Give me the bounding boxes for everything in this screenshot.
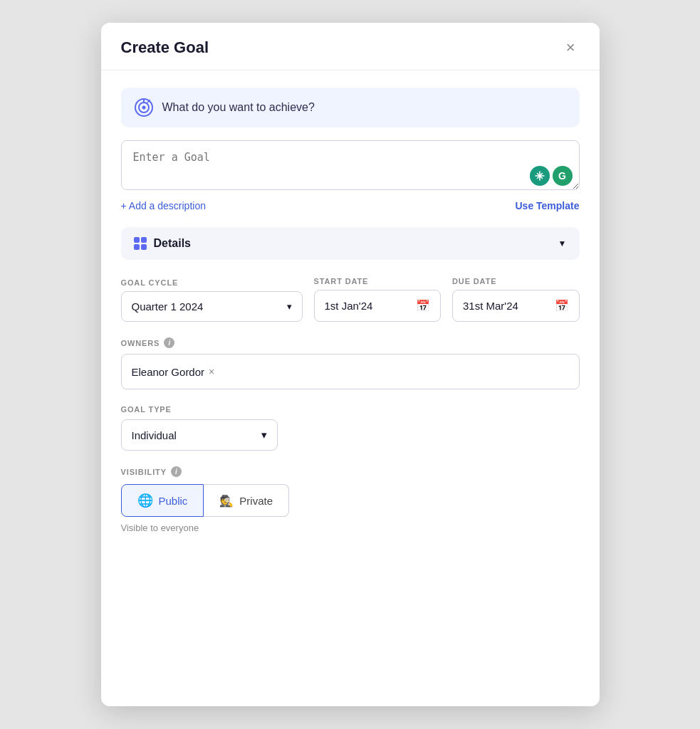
svg-point-2 [142, 106, 145, 110]
due-date-label: DUE DATE [452, 277, 580, 285]
private-button[interactable]: 🕵️ Private [204, 484, 289, 517]
visibility-info-icon: i [171, 466, 182, 477]
owners-label-row: OWNERS i [121, 337, 580, 348]
goal-input-wrapper: G [121, 140, 580, 193]
details-grid-icon [134, 237, 147, 250]
visibility-label: VISIBILITY [121, 468, 167, 476]
owner-tag: Eleanor Gordor × [132, 366, 215, 378]
owners-info-icon: i [164, 337, 174, 348]
start-date-group: START DATE 1st Jan'24 📅 [314, 277, 442, 322]
modal-body: What do you want to achieve? G + Add a d… [101, 70, 600, 706]
goal-input-icons: G [530, 166, 573, 186]
goal-cycle-label: GOAL CYCLE [121, 278, 303, 287]
due-date-calendar-icon: 📅 [555, 299, 569, 313]
goal-type-label-row: GOAL TYPE [121, 405, 580, 414]
details-label: Details [154, 237, 191, 250]
start-date-field[interactable]: 1st Jan'24 📅 [314, 290, 442, 322]
globe-icon: 🌐 [137, 493, 153, 508]
due-date-field[interactable]: 31st Mar'24 📅 [452, 290, 580, 322]
due-date-group: DUE DATE 31st Mar'24 📅 [452, 277, 580, 322]
public-label: Public [159, 495, 188, 507]
goal-input[interactable] [121, 140, 580, 190]
start-date-value: 1st Jan'24 [325, 300, 373, 312]
grammarly-icon[interactable]: G [553, 166, 573, 186]
goal-type-label: GOAL TYPE [121, 405, 172, 414]
visibility-hint: Visible to everyone [121, 523, 580, 533]
private-icon: 🕵️ [219, 494, 234, 508]
modal-title: Create Goal [121, 38, 209, 57]
add-description-button[interactable]: + Add a description [121, 200, 206, 211]
start-date-calendar-icon: 📅 [416, 299, 430, 313]
goal-cycle-value: Quarter 1 2024 [132, 300, 204, 313]
use-template-button[interactable]: Use Template [516, 200, 580, 211]
close-button[interactable]: × [562, 38, 580, 57]
owner-name: Eleanor Gordor [132, 366, 205, 378]
modal-header: Create Goal × [101, 23, 600, 70]
start-date-label: START DATE [314, 277, 442, 285]
goal-cycle-dates-row: GOAL CYCLE Quarter 1 2024 ▾ START DATE 1… [121, 277, 580, 322]
details-left: Details [134, 237, 191, 250]
private-label: Private [239, 495, 273, 507]
details-chevron-icon: ▼ [558, 238, 567, 248]
goal-cycle-chevron-icon: ▾ [287, 301, 292, 312]
goal-cycle-select[interactable]: Quarter 1 2024 ▾ [121, 291, 303, 322]
goal-cycle-group: GOAL CYCLE Quarter 1 2024 ▾ [121, 278, 303, 322]
owners-label: OWNERS [121, 339, 160, 347]
target-icon [134, 98, 154, 117]
achievement-text: What do you want to achieve? [162, 101, 315, 114]
public-button[interactable]: 🌐 Public [121, 484, 204, 517]
achievement-banner: What do you want to achieve? [121, 88, 580, 127]
owner-remove-button[interactable]: × [209, 367, 214, 377]
visibility-section: VISIBILITY i 🌐 Public 🕵️ Private Visible… [121, 466, 580, 533]
visibility-buttons: 🌐 Public 🕵️ Private [121, 484, 290, 517]
goal-type-chevron-icon: ▾ [261, 429, 267, 441]
owners-field[interactable]: Eleanor Gordor × [121, 354, 580, 389]
goal-actions: + Add a description Use Template [121, 200, 580, 211]
goal-type-value: Individual [132, 429, 177, 441]
create-goal-modal: Create Goal × What do you want to achiev… [101, 23, 600, 706]
visibility-label-row: VISIBILITY i [121, 466, 580, 477]
goal-type-section: GOAL TYPE Individual ▾ [121, 405, 580, 451]
goal-type-select[interactable]: Individual ▾ [121, 419, 278, 451]
details-section[interactable]: Details ▼ [121, 227, 580, 260]
ai-enhance-icon[interactable] [530, 166, 550, 186]
owners-section: OWNERS i Eleanor Gordor × [121, 337, 580, 389]
due-date-value: 31st Mar'24 [463, 300, 518, 312]
